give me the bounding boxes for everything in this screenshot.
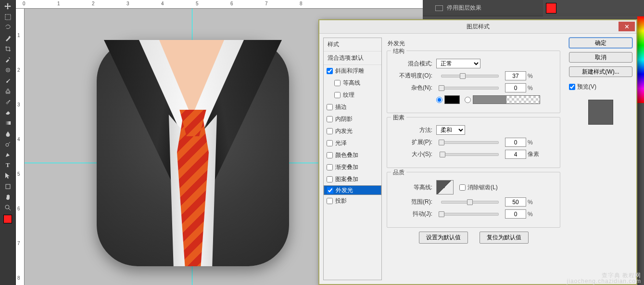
jitter-slider[interactable]: [441, 213, 499, 216]
close-button[interactable]: ✕: [619, 22, 635, 31]
healing-tool[interactable]: [2, 65, 13, 75]
style-item-label: 内发光: [335, 127, 353, 135]
range-slider[interactable]: [441, 201, 499, 204]
svg-point-3: [6, 143, 9, 146]
style-item-checkbox[interactable]: [334, 80, 341, 86]
artwork-icon: [97, 40, 289, 266]
size-input[interactable]: [505, 150, 526, 159]
zoom-tool[interactable]: [2, 203, 13, 212]
layer-style-dialog: 图层样式 ✕ 样式 混合选项:默认 斜面和浮雕等高线纹理描边内阴影内发光光泽颜色…: [318, 19, 637, 285]
style-item-checkbox[interactable]: [327, 68, 333, 74]
style-item-8[interactable]: 渐变叠加: [324, 161, 381, 173]
style-item-2[interactable]: 纹理: [324, 89, 381, 101]
make-default-button[interactable]: 设置为默认值: [419, 232, 468, 244]
dialog-titlebar[interactable]: 图层样式 ✕: [319, 20, 636, 34]
dodge-tool[interactable]: [2, 139, 13, 149]
preview-checkbox[interactable]: [569, 84, 575, 90]
style-item-checkbox[interactable]: [327, 164, 333, 170]
opacity-slider[interactable]: [441, 75, 499, 78]
gradient-tool[interactable]: [2, 118, 13, 128]
style-item-checkbox[interactable]: [327, 104, 333, 110]
dialog-title: 图层样式: [467, 23, 490, 31]
style-item-checkbox[interactable]: [327, 176, 333, 182]
style-item-checkbox[interactable]: [327, 140, 333, 146]
glow-gradient[interactable]: [473, 95, 540, 104]
glow-color-swatch[interactable]: [444, 95, 460, 104]
style-item-0[interactable]: 斜面和浮雕: [324, 65, 381, 77]
blend-mode-select[interactable]: 正常: [436, 59, 480, 68]
history-brush-tool[interactable]: [2, 97, 13, 106]
outer-glow-settings: 外发光 结构 混合模式: 正常 不透明度(O): % 杂色(N):: [382, 38, 565, 280]
style-item-checkbox[interactable]: [327, 152, 333, 158]
jitter-input[interactable]: [505, 209, 526, 219]
style-item-7[interactable]: 颜色叠加: [324, 149, 381, 161]
blur-tool[interactable]: [2, 129, 13, 138]
style-item-checkbox[interactable]: [327, 116, 333, 122]
size-label: 大小(S):: [393, 150, 432, 158]
size-slider[interactable]: [441, 153, 499, 156]
marquee-tool[interactable]: [2, 12, 13, 22]
preview-box: [588, 100, 613, 125]
color-gradient-radio[interactable]: [465, 97, 471, 103]
wand-tool[interactable]: [2, 33, 13, 43]
style-item-6[interactable]: 光泽: [324, 137, 381, 149]
styles-list: 样式 混合选项:默认 斜面和浮雕等高线纹理描边内阴影内发光光泽颜色叠加渐变叠加图…: [323, 38, 382, 280]
style-item-checkbox[interactable]: [334, 92, 341, 98]
section-title: 外发光: [388, 39, 560, 48]
style-item-label: 外发光: [336, 186, 353, 194]
technique-select[interactable]: 柔和: [436, 125, 465, 135]
cancel-button[interactable]: 取消: [569, 52, 632, 63]
style-item-9[interactable]: 图案叠加: [324, 173, 381, 185]
contour-picker[interactable]: [436, 180, 454, 194]
spread-input[interactable]: [505, 138, 526, 147]
style-item-label: 描边: [335, 103, 347, 111]
style-item-5[interactable]: 内发光: [324, 125, 381, 137]
path-select-tool[interactable]: [2, 171, 13, 181]
crop-tool[interactable]: [2, 44, 13, 53]
style-item-10[interactable]: 外发光: [324, 185, 381, 195]
brush-tool[interactable]: [2, 76, 13, 85]
hue-strip[interactable]: [637, 16, 644, 103]
style-item-label: 斜面和浮雕: [335, 67, 364, 75]
app-root: T 012345678 12345678 停用图层效果: [0, 0, 644, 285]
color-panel: [543, 0, 644, 16]
stamp-tool[interactable]: [2, 86, 13, 96]
color-swatch[interactable]: [546, 3, 556, 13]
styles-header[interactable]: 样式: [324, 38, 381, 52]
noise-input[interactable]: [505, 83, 526, 92]
new-style-button[interactable]: 新建样式(W)...: [569, 66, 632, 77]
style-item-checkbox[interactable]: [327, 198, 333, 204]
eraser-tool[interactable]: [2, 107, 13, 117]
style-item-label: 投影: [335, 197, 347, 205]
hand-tool[interactable]: [2, 192, 13, 202]
move-tool[interactable]: [2, 1, 13, 11]
color-solid-radio[interactable]: [436, 97, 442, 103]
svg-rect-2: [5, 121, 11, 125]
style-item-11[interactable]: 投影: [324, 195, 381, 207]
shape-tool[interactable]: [2, 181, 13, 191]
watermark: 查字典 教程网jiaocheng.chazidian.com: [567, 272, 641, 284]
lasso-tool[interactable]: [2, 23, 13, 32]
blend-options-header[interactable]: 混合选项:默认: [324, 52, 381, 65]
style-item-label: 纹理: [343, 91, 354, 99]
spread-slider[interactable]: [441, 141, 499, 144]
style-item-checkbox[interactable]: [327, 128, 333, 134]
opacity-input[interactable]: [505, 71, 526, 80]
noise-slider[interactable]: [441, 87, 499, 90]
jitter-label: 抖动(J):: [393, 210, 432, 218]
ok-button[interactable]: 确定: [569, 38, 632, 48]
range-input[interactable]: [505, 197, 526, 207]
ruler-vertical: 12345678: [16, 9, 25, 285]
style-item-3[interactable]: 描边: [324, 101, 381, 113]
style-item-1[interactable]: 等高线: [324, 77, 381, 89]
style-item-checkbox[interactable]: [327, 187, 333, 194]
antialias-checkbox[interactable]: [459, 184, 466, 191]
eyedropper-tool[interactable]: [2, 54, 13, 64]
dialog-side-buttons: 确定 取消 新建样式(W)... 预览(V): [565, 38, 632, 280]
foreground-swatch[interactable]: [3, 215, 12, 223]
style-item-4[interactable]: 内阴影: [324, 113, 381, 125]
reset-default-button[interactable]: 复位为默认值: [480, 232, 529, 244]
style-item-label: 颜色叠加: [335, 151, 358, 159]
pen-tool[interactable]: [2, 150, 13, 159]
type-tool[interactable]: T: [2, 160, 13, 170]
